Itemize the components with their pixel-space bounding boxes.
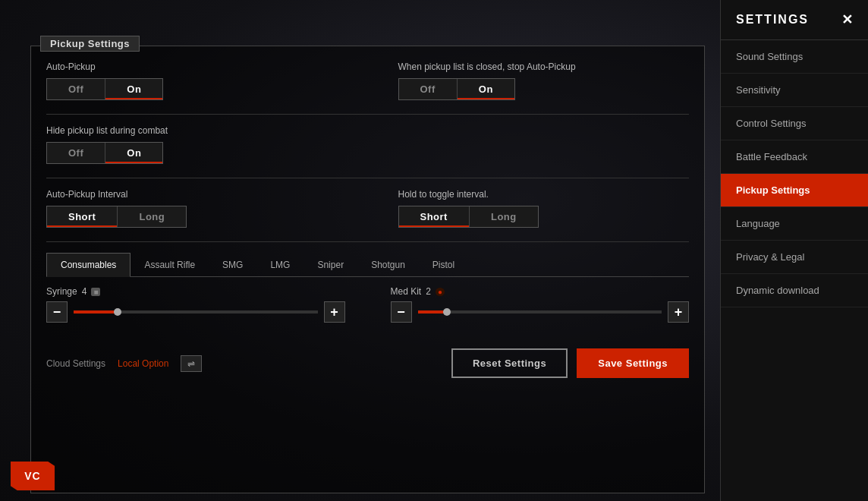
divider-2 [46, 178, 689, 178]
tab-shotgun[interactable]: Shotgun [357, 253, 419, 276]
sidebar-title: SETTINGS [736, 13, 809, 27]
category-tabs: Consumables Assault Rifle SMG LMG Sniper… [46, 253, 689, 277]
interval-toggle: Short Long [46, 206, 187, 228]
syringe-plus-btn[interactable]: + [324, 301, 345, 323]
sidebar-item-pickup-settings[interactable]: Pickup Settings [721, 174, 868, 207]
interval-long-btn[interactable]: Long [118, 206, 186, 227]
close-btn[interactable]: ✕ [838, 11, 856, 29]
save-settings-btn[interactable]: Save Settings [577, 348, 689, 378]
medkit-icon: ● [436, 288, 445, 296]
empty-group [398, 125, 690, 164]
sidebar-item-sensitivity[interactable]: Sensitivity [721, 74, 868, 107]
local-option-btn[interactable]: Local Option [118, 358, 168, 369]
hide-combat-on-btn[interactable]: On [105, 143, 162, 163]
tab-sniper[interactable]: Sniper [303, 253, 357, 276]
medkit-track[interactable] [418, 310, 662, 314]
syringe-thumb[interactable] [114, 308, 121, 316]
hold-toggle-toggle: Short Long [398, 206, 539, 228]
auto-pickup-label: Auto-Pickup [46, 61, 338, 72]
tab-assault-rifle[interactable]: Assault Rifle [131, 253, 209, 276]
hold-toggle-label: Hold to toggle interval. [398, 189, 690, 200]
syringe-group: Syringe 4 ■ − + [46, 286, 345, 323]
stop-when-closed-group: When pickup list is closed, stop Auto-Pi… [398, 61, 690, 100]
hide-combat-off-btn[interactable]: Off [47, 143, 105, 163]
sidebar-item-battle-feedback[interactable]: Battle Feedback [721, 140, 868, 174]
stop-when-closed-on-btn[interactable]: On [458, 79, 514, 99]
sync-icon-btn[interactable]: ⇌ [181, 355, 202, 372]
medkit-group: Med Kit 2 ● − + [391, 286, 690, 323]
sidebar-item-control-settings[interactable]: Control Settings [721, 107, 868, 140]
tab-consumables[interactable]: Consumables [46, 253, 131, 277]
sidebar-item-dynamic-download[interactable]: Dynamic download [721, 274, 868, 307]
interval-short-btn[interactable]: Short [47, 206, 118, 227]
divider-3 [46, 241, 689, 242]
syringe-icon: ■ [91, 288, 100, 296]
medkit-slider-row: − + [391, 301, 690, 323]
auto-pickup-group: Auto-Pickup Off On [46, 61, 338, 100]
stop-when-closed-off-btn[interactable]: Off [399, 79, 458, 99]
logo-inner: VC [11, 462, 55, 490]
tab-pistol[interactable]: Pistol [419, 253, 468, 276]
sidebar-item-privacy-legal[interactable]: Privacy & Legal [721, 241, 868, 274]
logo: VC [11, 462, 56, 492]
stop-when-closed-toggle: Off On [398, 78, 515, 100]
syringe-label: Syringe 4 ■ [46, 286, 345, 297]
tab-smg[interactable]: SMG [209, 253, 256, 276]
tab-lmg[interactable]: LMG [256, 253, 303, 276]
auto-pickup-off-btn[interactable]: Off [47, 79, 105, 99]
cloud-settings-label: Cloud Settings [46, 358, 105, 369]
sliders-section: Syringe 4 ■ − + [46, 286, 689, 323]
reset-settings-btn[interactable]: Reset Settings [451, 348, 568, 378]
hide-combat-toggle: Off On [46, 142, 163, 164]
hold-toggle-long-btn[interactable]: Long [470, 206, 538, 227]
divider-1 [46, 114, 689, 115]
sidebar-item-language[interactable]: Language [721, 207, 868, 241]
bottom-bar: Cloud Settings Local Option ⇌ Reset Sett… [31, 341, 704, 386]
stop-when-closed-label: When pickup list is closed, stop Auto-Pi… [398, 61, 690, 72]
interval-group: Auto-Pickup Interval Short Long [46, 189, 338, 228]
syringe-fill [74, 310, 118, 314]
syringe-slider-row: − + [46, 301, 345, 323]
medkit-label: Med Kit 2 ● [391, 286, 690, 297]
hold-toggle-group: Hold to toggle interval. Short Long [398, 189, 690, 228]
sidebar-header: SETTINGS ✕ [721, 0, 868, 40]
syringe-minus-btn[interactable]: − [46, 301, 68, 323]
hide-combat-label: Hide pickup list during combat [46, 125, 338, 136]
syringe-track[interactable] [74, 310, 318, 314]
hide-combat-group: Hide pickup list during combat Off On [46, 125, 338, 164]
sidebar: SETTINGS ✕ Sound Settings Sensitivity Co… [720, 0, 868, 501]
medkit-thumb[interactable] [443, 308, 451, 316]
panel-title: Pickup Settings [40, 36, 140, 52]
sidebar-item-sound-settings[interactable]: Sound Settings [721, 40, 868, 74]
medkit-plus-btn[interactable]: + [668, 301, 689, 323]
hold-toggle-short-btn[interactable]: Short [399, 206, 470, 227]
medkit-minus-btn[interactable]: − [391, 301, 412, 323]
auto-pickup-toggle: Off On [46, 78, 163, 100]
interval-label: Auto-Pickup Interval [46, 189, 338, 200]
auto-pickup-on-btn[interactable]: On [105, 79, 162, 99]
bottom-right-buttons: Reset Settings Save Settings [451, 348, 689, 378]
